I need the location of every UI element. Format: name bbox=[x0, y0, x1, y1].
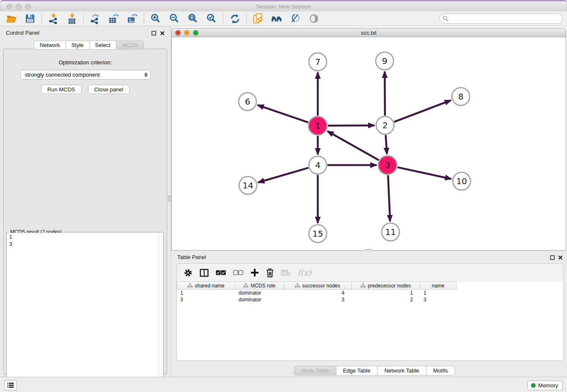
graph-edge-2-3[interactable] bbox=[385, 135, 387, 154]
float-panel-icon[interactable] bbox=[151, 30, 156, 37]
zoom-out-icon[interactable] bbox=[168, 13, 180, 25]
hide-graphics-details-icon[interactable] bbox=[289, 13, 301, 25]
save-session-icon[interactable] bbox=[24, 13, 36, 25]
graph-node-3[interactable]: 3 bbox=[378, 156, 397, 174]
clone-network-icon[interactable] bbox=[252, 13, 264, 25]
result-scrollbar[interactable] bbox=[158, 233, 163, 391]
column-header-shared-name[interactable]: shared name bbox=[177, 282, 235, 290]
tab-network-table[interactable]: Network Table bbox=[377, 366, 426, 375]
open-session-icon[interactable] bbox=[6, 13, 17, 25]
table-panel-tabs: Node TableEdge TableNetwork TableMotifs bbox=[294, 366, 455, 375]
graph-node-label: 7 bbox=[315, 57, 321, 67]
cell-successor-nodes[interactable]: 3 bbox=[284, 296, 352, 303]
graph-edge-3-11[interactable] bbox=[388, 175, 390, 221]
import-network-icon[interactable] bbox=[47, 13, 59, 25]
graph-node-4[interactable]: 4 bbox=[309, 156, 327, 174]
tab-mcds[interactable]: MCDS bbox=[116, 41, 144, 50]
graph-node-label: 15 bbox=[312, 229, 323, 239]
cell-predecessor-nodes[interactable]: 2 bbox=[352, 296, 420, 303]
network-window: ✕ − ＋ scc.txt 7968124314101511 bbox=[171, 28, 566, 251]
unselect-all-columns-icon[interactable] bbox=[233, 270, 243, 275]
column-header-successor-nodes[interactable]: successor nodes bbox=[284, 282, 352, 290]
graph-edge-1-2[interactable] bbox=[328, 125, 374, 126]
column-tree-icon bbox=[361, 283, 366, 288]
cell-predecessor-nodes[interactable]: 1 bbox=[352, 290, 420, 296]
tab-network[interactable]: Network bbox=[34, 41, 66, 50]
cell-MCDS-role[interactable]: dominator bbox=[235, 296, 284, 303]
cell-successor-nodes[interactable]: 4 bbox=[284, 290, 352, 296]
run-mcds-button[interactable]: Run MCDS bbox=[41, 85, 82, 94]
graph-node-6[interactable]: 6 bbox=[239, 93, 256, 110]
splitter-handle[interactable] bbox=[168, 196, 171, 202]
table-row[interactable]: 3dominator323 bbox=[177, 296, 563, 303]
graph-node-11[interactable]: 11 bbox=[382, 223, 399, 241]
mcds-result-list: 13 bbox=[7, 233, 158, 391]
memory-button[interactable]: Memory bbox=[527, 381, 563, 390]
show-graphics-details-icon[interactable] bbox=[308, 13, 320, 25]
memory-status-icon bbox=[531, 383, 536, 388]
task-history-button[interactable] bbox=[4, 380, 17, 390]
column-header-MCDS-role[interactable]: MCDS role bbox=[235, 282, 284, 290]
graph-edge-3-1[interactable] bbox=[328, 131, 379, 160]
graph-edge-2-9[interactable] bbox=[385, 72, 385, 116]
graph-node-14[interactable]: 14 bbox=[239, 177, 257, 194]
show-column-panel-icon[interactable] bbox=[200, 269, 209, 277]
close-panel-button[interactable]: Close panel bbox=[88, 85, 130, 94]
cell-name[interactable]: 1 bbox=[420, 290, 457, 296]
graph-edge-1-6[interactable] bbox=[258, 105, 308, 122]
graph-node-9[interactable]: 9 bbox=[376, 52, 394, 70]
delete-column-trash-icon[interactable] bbox=[266, 268, 274, 277]
clear-table-icon-disabled bbox=[281, 269, 290, 276]
graph-edge-4-14[interactable] bbox=[258, 168, 308, 182]
graph-node-1[interactable]: 1 bbox=[308, 116, 327, 135]
tab-node-table[interactable]: Node Table bbox=[294, 366, 336, 375]
graph-node-15[interactable]: 15 bbox=[309, 225, 327, 243]
close-table-panel-icon[interactable] bbox=[558, 254, 563, 262]
graph-node-10[interactable]: 10 bbox=[453, 172, 471, 190]
search-box[interactable] bbox=[439, 14, 563, 24]
graph-edge-3-10[interactable] bbox=[397, 167, 451, 179]
column-header-predecessor-nodes[interactable]: predecessor nodes bbox=[352, 282, 420, 290]
export-network-icon[interactable] bbox=[89, 13, 101, 25]
refresh-view-icon[interactable] bbox=[229, 13, 241, 25]
select-all-columns-icon[interactable] bbox=[216, 270, 226, 275]
network-window-titlebar[interactable]: ✕ − ＋ scc.txt bbox=[172, 28, 566, 37]
import-table-icon[interactable] bbox=[66, 13, 78, 25]
tab-select[interactable]: Select bbox=[90, 41, 116, 50]
float-table-panel-icon[interactable] bbox=[550, 254, 555, 262]
mcds-result-item: 3 bbox=[9, 241, 156, 248]
export-table-icon[interactable] bbox=[108, 13, 120, 25]
create-column-plus-icon[interactable] bbox=[250, 268, 259, 277]
criterion-dropdown[interactable]: strongly connected component bbox=[20, 70, 151, 80]
column-header-name[interactable]: name bbox=[420, 282, 457, 290]
cell-shared-name[interactable]: 1 bbox=[177, 290, 235, 296]
function-builder-icon-disabled: f(x) bbox=[297, 268, 311, 277]
graph-node-label: 6 bbox=[245, 97, 250, 107]
mcds-result-item: 1 bbox=[9, 234, 156, 241]
zoom-in-icon[interactable] bbox=[150, 13, 162, 25]
tab-style[interactable]: Style bbox=[66, 41, 90, 50]
tab-motifs[interactable]: Motifs bbox=[427, 366, 455, 375]
export-image-icon[interactable] bbox=[127, 13, 138, 25]
graph-edge-2-8[interactable] bbox=[394, 100, 451, 122]
reset-layout-icon[interactable] bbox=[271, 13, 283, 25]
graph-node-7[interactable]: 7 bbox=[309, 53, 327, 71]
cell-MCDS-role[interactable]: dominator bbox=[235, 290, 284, 296]
cell-shared-name[interactable]: 3 bbox=[177, 296, 235, 303]
table-toolbar: f(x) bbox=[177, 264, 563, 282]
table-row[interactable]: 1dominator411 bbox=[177, 290, 563, 296]
search-input[interactable] bbox=[449, 14, 562, 23]
column-header-label: name bbox=[432, 283, 444, 289]
zoom-fit-icon[interactable] bbox=[187, 13, 199, 25]
zoom-selected-icon[interactable] bbox=[206, 13, 217, 25]
cell-name[interactable]: 3 bbox=[420, 296, 457, 303]
table-settings-gear-icon[interactable] bbox=[184, 268, 193, 277]
graph-node-2[interactable]: 2 bbox=[376, 116, 394, 134]
network-canvas[interactable]: 7968124314101511 bbox=[172, 37, 566, 250]
header-filler bbox=[457, 282, 563, 290]
close-panel-icon[interactable] bbox=[160, 30, 165, 37]
main-toolbar bbox=[0, 11, 567, 26]
tab-edge-table[interactable]: Edge Table bbox=[336, 366, 378, 375]
table-panel-title: Table Panel bbox=[177, 254, 206, 260]
graph-node-8[interactable]: 8 bbox=[452, 88, 470, 105]
